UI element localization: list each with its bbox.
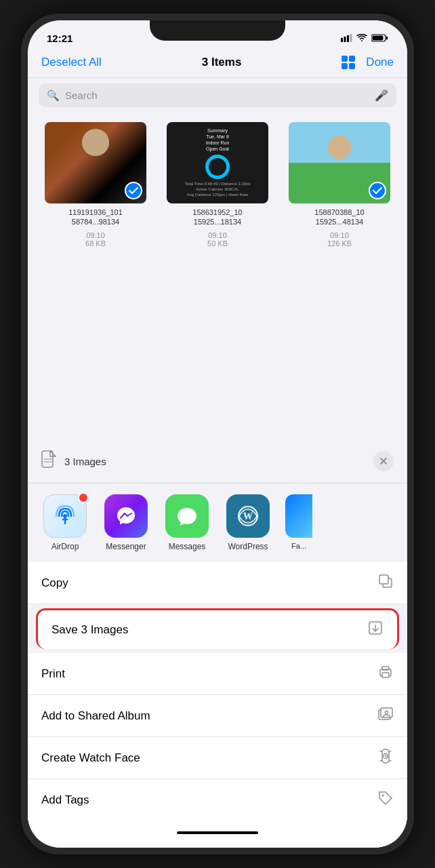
wifi-icon xyxy=(356,34,367,42)
svg-rect-2 xyxy=(347,35,349,42)
messages-icon-wrapper xyxy=(165,494,209,538)
file-item-3[interactable]: 158870388_10 15925...48134 09:10 126 KB xyxy=(283,122,396,248)
copy-label: Copy xyxy=(41,576,68,590)
file-item-2[interactable]: SummaryTue, Mar 8Indoor RunOpen Goal Tot… xyxy=(161,122,274,248)
file-meta-1: 09:10 68 KB xyxy=(85,231,106,248)
messages-label: Messages xyxy=(169,542,206,551)
app-icon-wordpress[interactable]: W WordPress xyxy=(224,494,272,551)
action-list: Copy Save 3 Images xyxy=(28,562,407,821)
file-thumb-1 xyxy=(45,122,146,203)
app-icons-row: AirDrop Messenger xyxy=(28,484,407,562)
print-label: Print xyxy=(41,667,65,681)
file-name-3: 158870388_10 15925...48134 xyxy=(314,208,364,227)
file-name-2: 158631952_10 15925...18134 xyxy=(192,208,242,227)
app-icon-partial[interactable]: Fa... xyxy=(285,494,312,551)
shared-album-action[interactable]: Add to Shared Album xyxy=(28,695,407,737)
messenger-icon-wrapper xyxy=(104,494,148,538)
file-meta-2: 09:10 50 KB xyxy=(207,231,228,248)
status-time: 12:21 xyxy=(47,33,72,44)
status-icons xyxy=(341,34,388,42)
print-icon xyxy=(377,664,394,684)
nav-bar: Deselect All 3 Items Done xyxy=(28,50,407,78)
share-sheet: 3 Images xyxy=(28,439,407,848)
watch-face-action[interactable]: Create Watch Face xyxy=(28,737,407,779)
nav-title: 3 Items xyxy=(202,56,242,69)
signal-icon xyxy=(341,34,352,42)
search-input-wrapper[interactable]: 🔍 Search 🎤 xyxy=(39,83,396,107)
airdrop-icon-wrapper xyxy=(43,494,87,538)
nav-right: Done xyxy=(341,56,394,69)
share-header: 3 Images xyxy=(28,439,407,484)
selected-badge-3 xyxy=(369,182,386,199)
add-tags-label: Add Tags xyxy=(41,793,89,807)
svg-rect-21 xyxy=(382,673,389,677)
watch-face-label: Create Watch Face xyxy=(41,751,140,765)
files-grid: 119191936_101 58784...98134 09:10 68 KB … xyxy=(28,114,407,256)
print-action[interactable]: Print xyxy=(28,653,407,695)
svg-point-30 xyxy=(382,795,384,797)
save-images-icon xyxy=(367,620,384,639)
battery-icon xyxy=(371,34,388,42)
save-images-label: Save 3 Images xyxy=(51,623,128,637)
file-meta-3: 09:10 126 KB xyxy=(327,231,352,248)
airdrop-badge xyxy=(78,492,89,503)
grid-view-icon[interactable] xyxy=(341,56,355,69)
home-indicator xyxy=(177,831,258,834)
copy-icon xyxy=(377,573,394,593)
add-tags-action[interactable]: Add Tags xyxy=(28,779,407,821)
search-placeholder: Search xyxy=(65,90,369,101)
app-icon-messenger[interactable]: Messenger xyxy=(102,494,150,551)
content-area: 119191936_101 58784...98134 09:10 68 KB … xyxy=(28,114,407,848)
partial-label: Fa... xyxy=(291,542,306,550)
app-icon-airdrop[interactable]: AirDrop xyxy=(41,494,89,551)
messenger-label: Messenger xyxy=(106,542,146,551)
file-item-1[interactable]: 119191936_101 58784...98134 09:10 68 KB xyxy=(39,122,152,248)
svg-rect-0 xyxy=(341,38,343,42)
file-thumb-2: SummaryTue, Mar 8Indoor RunOpen Goal Tot… xyxy=(167,122,268,203)
svg-line-29 xyxy=(386,756,387,757)
file-name-1: 119191936_101 58784...98134 xyxy=(68,208,123,227)
search-icon: 🔍 xyxy=(47,90,60,102)
svg-rect-22 xyxy=(382,667,389,670)
bottom-indicator-area xyxy=(28,821,407,848)
search-bar: 🔍 Search 🎤 xyxy=(28,78,407,114)
svg-rect-6 xyxy=(373,36,384,41)
copy-action[interactable]: Copy xyxy=(28,562,407,604)
selected-badge-1 xyxy=(125,182,142,199)
svg-rect-24 xyxy=(381,708,392,717)
document-icon xyxy=(41,450,56,472)
tags-icon xyxy=(377,790,394,810)
svg-rect-18 xyxy=(379,575,388,584)
wordpress-label: WordPress xyxy=(228,542,268,551)
svg-text:W: W xyxy=(243,511,253,521)
svg-rect-5 xyxy=(386,37,388,40)
airdrop-label: AirDrop xyxy=(51,542,79,551)
shared-album-icon xyxy=(377,706,394,726)
svg-rect-3 xyxy=(350,34,352,42)
watch-face-icon xyxy=(377,748,394,768)
done-button[interactable]: Done xyxy=(366,56,394,69)
svg-rect-1 xyxy=(344,37,346,42)
save-images-action[interactable]: Save 3 Images xyxy=(36,608,399,649)
wordpress-icon-wrapper: W xyxy=(226,494,270,538)
share-close-button[interactable] xyxy=(373,451,394,471)
partial-icon-wrapper xyxy=(285,494,312,538)
deselect-all-button[interactable]: Deselect All xyxy=(41,56,102,69)
share-sheet-title: 3 Images xyxy=(64,456,373,467)
app-icon-messages[interactable]: Messages xyxy=(163,494,211,551)
mic-icon[interactable]: 🎤 xyxy=(375,89,388,102)
file-thumb-3 xyxy=(289,122,390,203)
shared-album-label: Add to Shared Album xyxy=(41,709,150,723)
